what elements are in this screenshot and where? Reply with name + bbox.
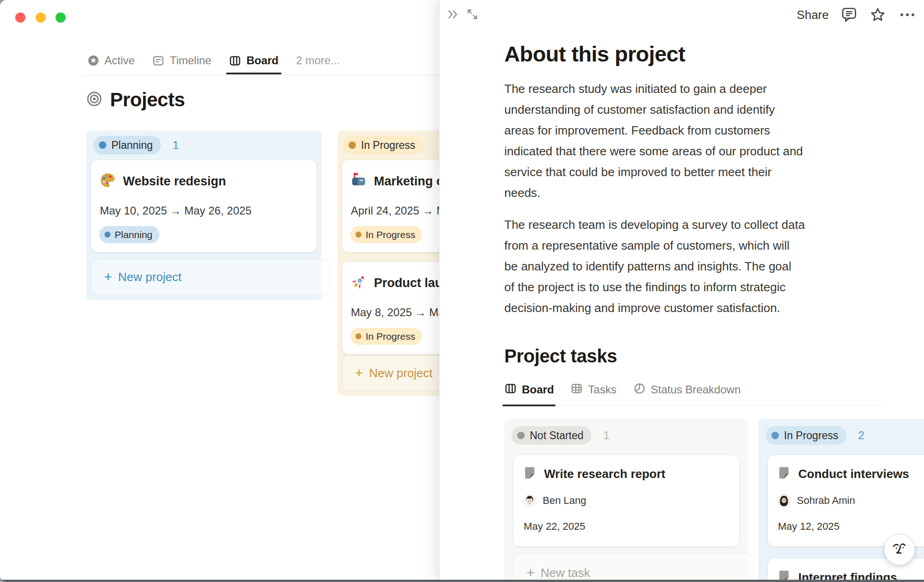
card-title: Website redesign <box>123 174 226 189</box>
tab-label: Timeline <box>170 54 211 67</box>
peek-toolbar-right: Share <box>797 6 916 23</box>
pie-chart-icon <box>633 382 646 398</box>
expand-diagonal-icon[interactable] <box>465 7 479 21</box>
tab-task-table[interactable]: Tasks <box>570 380 616 399</box>
status-dot <box>771 432 779 439</box>
status-dot <box>355 333 361 339</box>
page-title: Projects <box>110 89 185 111</box>
tab-label: Status Breakdown <box>651 383 741 396</box>
status-dot <box>355 232 361 238</box>
double-chevron-right-icon[interactable] <box>446 7 460 21</box>
rocket-icon <box>350 274 367 292</box>
board-icon <box>504 382 517 398</box>
status-dot <box>349 141 356 149</box>
assignee-name: Sohrab Amin <box>797 495 855 507</box>
task-column-header[interactable]: In Progress 2 <box>766 426 864 445</box>
card-date-range: May 10, 2025 → May 26, 2025 <box>100 204 251 217</box>
status-dot <box>99 141 106 149</box>
window-bottom-edge <box>0 580 924 582</box>
close-button[interactable] <box>15 12 25 23</box>
new-project-label: New project <box>369 366 433 380</box>
mailbox-icon <box>350 172 367 190</box>
peek-toolbar-left <box>446 7 479 21</box>
status-pill-in-progress[interactable]: In Progress <box>766 426 846 445</box>
column-planning: Planning 1 Website redesign May 10, 2025… <box>86 130 322 300</box>
status-pill-planning[interactable]: Planning <box>93 136 161 154</box>
card-title: Product lau <box>374 276 443 290</box>
status-pill-label: In Progress <box>361 139 416 152</box>
card-status-pill: In Progress <box>350 226 422 243</box>
share-button[interactable]: Share <box>797 8 829 22</box>
tab-task-board[interactable]: Board <box>504 380 554 399</box>
status-pill-label: Planning <box>115 229 153 240</box>
card-title: Conduct interviews <box>798 467 909 481</box>
timeline-icon <box>152 55 165 67</box>
avatar-ben-lang <box>523 494 537 508</box>
about-heading: About this project <box>504 41 888 67</box>
status-pill-label: In Progress <box>366 331 415 342</box>
card-date-range: April 24, 2025 → M <box>351 204 446 217</box>
comment-icon[interactable] <box>841 6 857 23</box>
new-project-label: New project <box>118 270 182 284</box>
new-task-label: New task <box>541 566 590 580</box>
plus-icon: + <box>355 366 363 380</box>
side-peek-panel: Share About this project The research st… <box>439 0 924 582</box>
plus-icon: + <box>526 566 535 580</box>
status-dot <box>104 232 110 238</box>
target-icon <box>86 91 103 109</box>
status-pill-not-started[interactable]: Not Started <box>512 426 591 445</box>
column-count: 1 <box>603 429 609 442</box>
column-count: 2 <box>858 429 864 442</box>
star-icon[interactable] <box>869 6 886 23</box>
about-paragraph-2: The research team is developing a survey… <box>504 214 888 319</box>
tab-more-views[interactable]: 2 more... <box>296 54 340 67</box>
view-tabs: Active Timeline Board 2 more... <box>87 51 340 70</box>
tab-board-view[interactable]: Board <box>229 54 278 67</box>
tab-timeline-view[interactable]: Timeline <box>152 54 211 67</box>
column-count: 1 <box>173 139 179 152</box>
notion-ai-button[interactable] <box>884 534 915 565</box>
card-date: May 12, 2025 <box>778 521 839 533</box>
star-badge-icon <box>87 55 99 67</box>
tab-label: Active <box>104 54 135 67</box>
card-status-pill: Planning <box>99 226 159 243</box>
status-pill-label: Planning <box>111 139 153 152</box>
project-card-website-redesign[interactable]: Website redesign May 10, 2025 → May 26, … <box>91 160 317 252</box>
status-dot <box>517 432 525 439</box>
plus-icon: + <box>104 270 112 284</box>
tab-label: 2 more... <box>296 54 340 67</box>
assignee-name: Ben Lang <box>543 495 586 507</box>
tab-status-breakdown[interactable]: Status Breakdown <box>633 380 741 399</box>
card-status-pill: In Progress <box>350 328 422 345</box>
column-planning-header[interactable]: Planning 1 <box>93 136 179 154</box>
tab-label: Board <box>246 54 278 67</box>
card-date: May 22, 2025 <box>524 521 585 533</box>
board-icon <box>229 55 241 67</box>
zoom-button[interactable] <box>55 12 66 23</box>
status-pill-label: In Progress <box>784 429 838 442</box>
task-card-conduct-interviews[interactable]: Conduct interviews Sohrab Amin May 12, 2… <box>768 455 924 546</box>
task-view-tabs: Board Tasks Status Breakdown <box>504 380 885 406</box>
notion-window: Active Timeline Board 2 more... Projects <box>0 0 924 582</box>
palette-icon <box>99 172 116 190</box>
tab-label: Board <box>522 383 554 396</box>
notion-ai-face-icon <box>890 539 909 560</box>
status-pill-label: Not Started <box>530 429 583 442</box>
new-task-button[interactable]: + New task <box>514 553 753 582</box>
card-title: Marketing c <box>374 174 443 189</box>
page-doc-icon <box>777 466 791 482</box>
project-tasks-heading: Project tasks <box>504 344 888 368</box>
status-pill-in-progress[interactable]: In Progress <box>343 136 423 154</box>
task-card-write-research-report[interactable]: Write research report Ben Lang May 22, 2… <box>514 455 739 546</box>
table-icon <box>570 382 583 398</box>
minimize-button[interactable] <box>36 12 46 23</box>
more-ellipsis-icon[interactable] <box>899 6 916 23</box>
card-date-range: May 8, 2025 → Ma <box>351 306 445 319</box>
column-in-progress-header[interactable]: In Progress <box>343 136 423 154</box>
tab-active-view[interactable]: Active <box>87 54 135 67</box>
task-column-not-started: Not Started 1 Write research report Ben … <box>504 419 748 582</box>
page-header: Projects <box>86 89 185 111</box>
task-column-header[interactable]: Not Started 1 <box>512 426 610 445</box>
status-pill-label: In Progress <box>366 229 415 240</box>
new-project-button-planning[interactable]: + New project <box>91 259 330 295</box>
